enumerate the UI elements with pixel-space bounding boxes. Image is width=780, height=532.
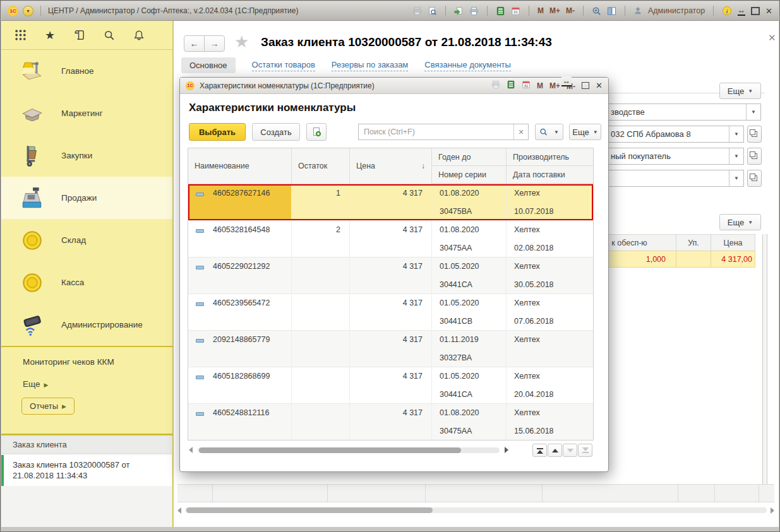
characteristic-row[interactable]: 460532816454824 31701.08.202030475ААХелт… — [188, 221, 593, 257]
goods-col-price-header[interactable]: Цена — [711, 234, 755, 251]
favorites-star-icon[interactable]: ★ — [45, 28, 55, 42]
sidebar-item-label: Маркетинг — [61, 109, 103, 118]
reports-button[interactable]: Отчеты▶ — [21, 398, 75, 415]
chevron-down-icon[interactable]: ▼ — [729, 170, 743, 186]
scroll-right-icon[interactable] — [771, 507, 774, 514]
sidebar-item-marketing[interactable]: Маркетинг — [1, 92, 172, 134]
scrollbar-thumb[interactable] — [199, 447, 461, 453]
close-form-icon[interactable]: ✕ — [768, 32, 776, 44]
forward-button[interactable]: → — [204, 35, 225, 52]
tab-main[interactable]: Основное — [181, 57, 236, 73]
calendar-icon[interactable]: 31 — [511, 6, 520, 16]
dialog-close-button[interactable]: ✕ — [596, 81, 603, 90]
previous-row-button[interactable] — [548, 444, 562, 457]
go-to-last-row-button[interactable] — [578, 444, 592, 457]
characteristic-row[interactable]: 46052290212924 31701.05.202030441САХелте… — [188, 257, 593, 294]
dialog-maximize-button[interactable] — [582, 82, 589, 89]
characteristic-row[interactable]: 46051828686994 31701.05.202030441САХелте… — [188, 367, 593, 404]
sidebar-item-administration[interactable]: Администрирование — [1, 304, 172, 346]
tab-stock[interactable]: Остатки товаров — [252, 60, 315, 71]
info-icon[interactable]: i — [722, 6, 732, 16]
col-serial-header[interactable]: Номер серии — [432, 166, 507, 184]
memory-m-minus-button[interactable]: M-↔ — [567, 80, 575, 92]
col-name-header[interactable]: Наименование — [188, 148, 292, 184]
characteristic-row[interactable]: 46052488121164 31701.08.202030475ААХелте… — [188, 404, 593, 440]
memory-m-button[interactable]: M — [537, 6, 544, 15]
form-more-button[interactable]: Еще▼ — [719, 83, 761, 99]
calculator-icon[interactable] — [507, 80, 515, 92]
split-view-icon[interactable] — [607, 6, 616, 16]
sidebar-item-sales[interactable]: Продажи — [1, 177, 172, 219]
dialog-horizontal-scrollbar[interactable] — [180, 442, 609, 458]
search-button[interactable]: ▼ — [535, 124, 563, 140]
resize-indicator-icon[interactable]: ↔ — [738, 6, 745, 16]
print-preview-icon[interactable] — [428, 6, 437, 16]
notifications-bell-icon[interactable] — [133, 30, 145, 41]
calculator-icon[interactable] — [496, 6, 505, 16]
sidebar-item-main[interactable]: Главное — [1, 50, 172, 92]
favorite-star-icon[interactable]: ★ — [234, 32, 249, 52]
current-user-label[interactable]: Администратор — [648, 6, 705, 15]
search-input[interactable]: Поиск (Ctrl+F) ✕ — [358, 124, 529, 140]
memory-m-button[interactable]: M — [537, 81, 543, 90]
goods-col-pack-header[interactable]: Уп. — [676, 234, 711, 251]
open-item-button[interactable] — [747, 148, 762, 165]
sidebar-item-purchasing[interactable]: Закупки — [1, 134, 172, 177]
kkm-monitoring-link[interactable]: Мониторинг чеков ККМ — [23, 357, 114, 367]
dialog-more-button[interactable]: Еще▼ — [569, 124, 601, 140]
tab-related-documents[interactable]: Связанные документы — [424, 60, 511, 71]
dialog-window-title: Характеристики номенклатуры (1С:Предприя… — [200, 81, 375, 90]
memory-m-minus-button[interactable]: M- — [566, 6, 575, 15]
chevron-down-icon[interactable]: ▼ — [729, 126, 743, 142]
close-window-button[interactable]: ✕ — [765, 7, 772, 15]
scrollbar-thumb[interactable] — [186, 507, 433, 513]
goods-horizontal-scrollbar[interactable] — [177, 506, 774, 514]
main-menu-button[interactable]: ▼ — [23, 6, 33, 16]
print-icon[interactable] — [412, 6, 422, 16]
calendar-icon[interactable]: 31 — [522, 80, 531, 92]
print-document-icon[interactable] — [469, 6, 479, 16]
sections-grid-icon[interactable] — [15, 29, 27, 41]
back-button[interactable]: ← — [184, 35, 205, 52]
cell-manufacturer: Хелтех — [514, 331, 593, 349]
go-to-first-row-button[interactable] — [532, 444, 547, 457]
col-expiry-header[interactable]: Годен до — [432, 148, 507, 166]
characteristic-row[interactable]: 20921488657794 31701.11.201930327ВАХелте… — [188, 331, 593, 367]
print-icon[interactable] — [491, 80, 500, 92]
tab-reserves[interactable]: Резервы по заказам — [332, 60, 408, 71]
clear-search-icon[interactable]: ✕ — [513, 124, 528, 139]
next-row-button[interactable] — [563, 444, 577, 457]
characteristic-row[interactable]: 460528762714614 31701.08.202030475ВАХелт… — [188, 184, 593, 221]
goods-vertical-scrollbar[interactable] — [762, 234, 767, 502]
cell-serial: 30475АА — [440, 422, 506, 440]
create-button[interactable]: Создать — [252, 123, 300, 141]
history-icon[interactable] — [73, 29, 85, 41]
select-button[interactable]: Выбрать — [189, 123, 246, 141]
sidebar-item-cashdesk[interactable]: Касса — [1, 261, 172, 304]
go-to-link-icon[interactable] — [454, 6, 464, 16]
goods-more-button[interactable]: Еще▼ — [719, 214, 761, 230]
open-item-button[interactable] — [747, 170, 762, 187]
characteristic-row[interactable]: 46052395654724 31701.05.202030441СВХелте… — [188, 294, 593, 331]
sidebar-item-warehouse[interactable]: Склад — [1, 219, 172, 261]
zoom-icon[interactable] — [592, 6, 601, 16]
scroll-left-icon[interactable] — [189, 447, 193, 453]
goods-cell-pack[interactable] — [676, 251, 711, 268]
open-item-button[interactable] — [747, 126, 762, 143]
memory-m-plus-button[interactable]: M+ — [549, 6, 560, 15]
goods-cell-price[interactable]: 4 317,00 — [711, 251, 755, 268]
chevron-down-icon[interactable]: ▼ — [729, 148, 743, 164]
col-stock-header[interactable]: Остаток — [292, 148, 350, 184]
chevron-down-icon[interactable]: ▼ — [746, 104, 760, 120]
history-item[interactable]: Заказ клиента 10320000587 от 21.08.2018 … — [1, 455, 172, 486]
memory-m-plus-button[interactable]: M+ — [549, 81, 560, 90]
col-manufacturer-header[interactable]: Производитель — [507, 148, 593, 166]
col-price-header[interactable]: Цена↓ — [350, 148, 432, 184]
maximize-button[interactable] — [751, 7, 760, 15]
col-delivery-header[interactable]: Дата поставки — [507, 166, 593, 184]
scroll-right-icon[interactable] — [505, 447, 508, 453]
search-icon[interactable] — [104, 30, 115, 41]
scroll-left-icon[interactable] — [177, 507, 181, 514]
copy-item-button[interactable] — [306, 123, 327, 141]
sidebar-more-link[interactable]: Еще▶ — [23, 379, 48, 389]
